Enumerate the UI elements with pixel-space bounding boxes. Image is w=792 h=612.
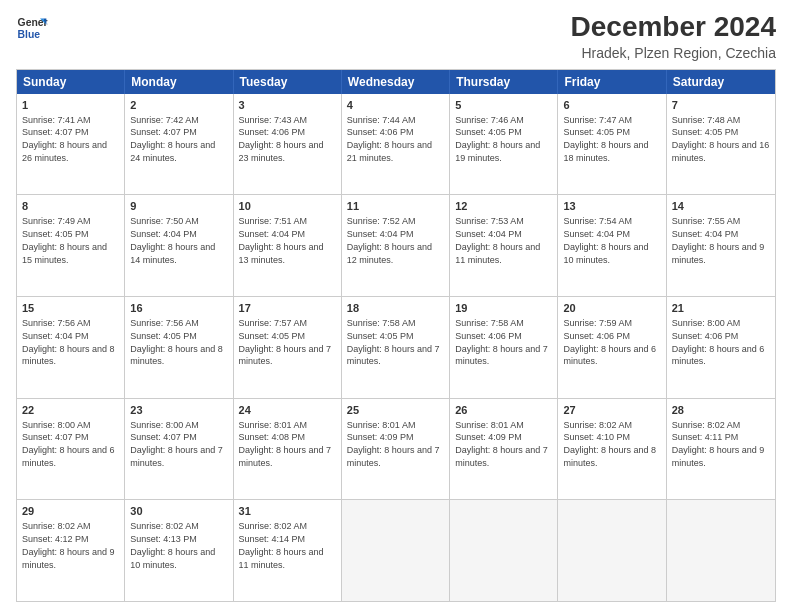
day-info: Sunrise: 7:43 AMSunset: 4:06 PMDaylight:…: [239, 115, 324, 163]
header-sunday: Sunday: [17, 70, 125, 94]
day-number: 2: [130, 98, 227, 113]
day-info: Sunrise: 7:58 AMSunset: 4:06 PMDaylight:…: [455, 318, 548, 366]
day-number: 31: [239, 504, 336, 519]
day-info: Sunrise: 7:52 AMSunset: 4:04 PMDaylight:…: [347, 216, 432, 264]
calendar-cell: 26Sunrise: 8:01 AMSunset: 4:09 PMDayligh…: [450, 399, 558, 500]
calendar-cell: 4Sunrise: 7:44 AMSunset: 4:06 PMDaylight…: [342, 94, 450, 195]
day-number: 30: [130, 504, 227, 519]
day-number: 19: [455, 301, 552, 316]
day-info: Sunrise: 8:01 AMSunset: 4:08 PMDaylight:…: [239, 420, 332, 468]
calendar-cell: 5Sunrise: 7:46 AMSunset: 4:05 PMDaylight…: [450, 94, 558, 195]
title-block: December 2024 Hradek, Plzen Region, Czec…: [571, 12, 776, 61]
day-info: Sunrise: 7:56 AMSunset: 4:04 PMDaylight:…: [22, 318, 115, 366]
day-info: Sunrise: 8:00 AMSunset: 4:07 PMDaylight:…: [22, 420, 115, 468]
calendar-cell: 15Sunrise: 7:56 AMSunset: 4:04 PMDayligh…: [17, 297, 125, 398]
header-friday: Friday: [558, 70, 666, 94]
day-info: Sunrise: 7:41 AMSunset: 4:07 PMDaylight:…: [22, 115, 107, 163]
calendar-cell: 6Sunrise: 7:47 AMSunset: 4:05 PMDaylight…: [558, 94, 666, 195]
calendar-cell: 12Sunrise: 7:53 AMSunset: 4:04 PMDayligh…: [450, 195, 558, 296]
day-number: 11: [347, 199, 444, 214]
header: General Blue December 2024 Hradek, Plzen…: [16, 12, 776, 61]
day-info: Sunrise: 8:02 AMSunset: 4:13 PMDaylight:…: [130, 521, 215, 569]
day-number: 3: [239, 98, 336, 113]
day-number: 10: [239, 199, 336, 214]
day-info: Sunrise: 7:53 AMSunset: 4:04 PMDaylight:…: [455, 216, 540, 264]
day-number: 22: [22, 403, 119, 418]
day-number: 9: [130, 199, 227, 214]
day-info: Sunrise: 7:57 AMSunset: 4:05 PMDaylight:…: [239, 318, 332, 366]
calendar-body: 1Sunrise: 7:41 AMSunset: 4:07 PMDaylight…: [17, 94, 775, 601]
calendar-cell: 7Sunrise: 7:48 AMSunset: 4:05 PMDaylight…: [667, 94, 775, 195]
calendar-cell: 25Sunrise: 8:01 AMSunset: 4:09 PMDayligh…: [342, 399, 450, 500]
day-info: Sunrise: 7:54 AMSunset: 4:04 PMDaylight:…: [563, 216, 648, 264]
day-info: Sunrise: 8:01 AMSunset: 4:09 PMDaylight:…: [455, 420, 548, 468]
logo-icon: General Blue: [16, 12, 48, 44]
day-info: Sunrise: 8:02 AMSunset: 4:11 PMDaylight:…: [672, 420, 765, 468]
calendar-cell: 16Sunrise: 7:56 AMSunset: 4:05 PMDayligh…: [125, 297, 233, 398]
calendar-cell: 21Sunrise: 8:00 AMSunset: 4:06 PMDayligh…: [667, 297, 775, 398]
day-number: 15: [22, 301, 119, 316]
calendar-cell: [342, 500, 450, 601]
day-number: 26: [455, 403, 552, 418]
day-info: Sunrise: 7:47 AMSunset: 4:05 PMDaylight:…: [563, 115, 648, 163]
day-info: Sunrise: 7:50 AMSunset: 4:04 PMDaylight:…: [130, 216, 215, 264]
calendar-cell: 13Sunrise: 7:54 AMSunset: 4:04 PMDayligh…: [558, 195, 666, 296]
day-info: Sunrise: 7:58 AMSunset: 4:05 PMDaylight:…: [347, 318, 440, 366]
day-info: Sunrise: 7:59 AMSunset: 4:06 PMDaylight:…: [563, 318, 656, 366]
calendar-cell: 14Sunrise: 7:55 AMSunset: 4:04 PMDayligh…: [667, 195, 775, 296]
calendar-cell: 18Sunrise: 7:58 AMSunset: 4:05 PMDayligh…: [342, 297, 450, 398]
day-info: Sunrise: 7:46 AMSunset: 4:05 PMDaylight:…: [455, 115, 540, 163]
day-info: Sunrise: 8:02 AMSunset: 4:10 PMDaylight:…: [563, 420, 656, 468]
logo: General Blue: [16, 12, 48, 44]
calendar-cell: 30Sunrise: 8:02 AMSunset: 4:13 PMDayligh…: [125, 500, 233, 601]
calendar-cell: 8Sunrise: 7:49 AMSunset: 4:05 PMDaylight…: [17, 195, 125, 296]
day-number: 1: [22, 98, 119, 113]
day-number: 23: [130, 403, 227, 418]
day-info: Sunrise: 7:51 AMSunset: 4:04 PMDaylight:…: [239, 216, 324, 264]
calendar-cell: 10Sunrise: 7:51 AMSunset: 4:04 PMDayligh…: [234, 195, 342, 296]
header-monday: Monday: [125, 70, 233, 94]
page: General Blue December 2024 Hradek, Plzen…: [0, 0, 792, 612]
day-number: 12: [455, 199, 552, 214]
calendar-cell: 27Sunrise: 8:02 AMSunset: 4:10 PMDayligh…: [558, 399, 666, 500]
day-number: 6: [563, 98, 660, 113]
day-number: 4: [347, 98, 444, 113]
day-info: Sunrise: 8:02 AMSunset: 4:12 PMDaylight:…: [22, 521, 115, 569]
calendar-cell: 28Sunrise: 8:02 AMSunset: 4:11 PMDayligh…: [667, 399, 775, 500]
day-number: 5: [455, 98, 552, 113]
calendar-cell: 3Sunrise: 7:43 AMSunset: 4:06 PMDaylight…: [234, 94, 342, 195]
day-number: 16: [130, 301, 227, 316]
day-info: Sunrise: 7:55 AMSunset: 4:04 PMDaylight:…: [672, 216, 765, 264]
calendar-cell: 11Sunrise: 7:52 AMSunset: 4:04 PMDayligh…: [342, 195, 450, 296]
header-thursday: Thursday: [450, 70, 558, 94]
header-tuesday: Tuesday: [234, 70, 342, 94]
day-info: Sunrise: 8:00 AMSunset: 4:06 PMDaylight:…: [672, 318, 765, 366]
calendar-week-3: 15Sunrise: 7:56 AMSunset: 4:04 PMDayligh…: [17, 296, 775, 398]
main-title: December 2024: [571, 12, 776, 43]
calendar-cell: 22Sunrise: 8:00 AMSunset: 4:07 PMDayligh…: [17, 399, 125, 500]
day-number: 14: [672, 199, 770, 214]
day-number: 24: [239, 403, 336, 418]
calendar-cell: [558, 500, 666, 601]
calendar-cell: [667, 500, 775, 601]
day-number: 27: [563, 403, 660, 418]
calendar-cell: 31Sunrise: 8:02 AMSunset: 4:14 PMDayligh…: [234, 500, 342, 601]
calendar-cell: 19Sunrise: 7:58 AMSunset: 4:06 PMDayligh…: [450, 297, 558, 398]
subtitle: Hradek, Plzen Region, Czechia: [571, 45, 776, 61]
calendar-cell: 20Sunrise: 7:59 AMSunset: 4:06 PMDayligh…: [558, 297, 666, 398]
day-number: 13: [563, 199, 660, 214]
calendar-cell: 9Sunrise: 7:50 AMSunset: 4:04 PMDaylight…: [125, 195, 233, 296]
day-info: Sunrise: 8:01 AMSunset: 4:09 PMDaylight:…: [347, 420, 440, 468]
calendar-week-1: 1Sunrise: 7:41 AMSunset: 4:07 PMDaylight…: [17, 94, 775, 195]
day-number: 25: [347, 403, 444, 418]
day-number: 29: [22, 504, 119, 519]
day-number: 7: [672, 98, 770, 113]
calendar-cell: 2Sunrise: 7:42 AMSunset: 4:07 PMDaylight…: [125, 94, 233, 195]
svg-text:Blue: Blue: [18, 29, 41, 40]
calendar-cell: 23Sunrise: 8:00 AMSunset: 4:07 PMDayligh…: [125, 399, 233, 500]
calendar-cell: 29Sunrise: 8:02 AMSunset: 4:12 PMDayligh…: [17, 500, 125, 601]
day-number: 21: [672, 301, 770, 316]
header-wednesday: Wednesday: [342, 70, 450, 94]
day-info: Sunrise: 8:00 AMSunset: 4:07 PMDaylight:…: [130, 420, 223, 468]
calendar-header: Sunday Monday Tuesday Wednesday Thursday…: [17, 70, 775, 94]
